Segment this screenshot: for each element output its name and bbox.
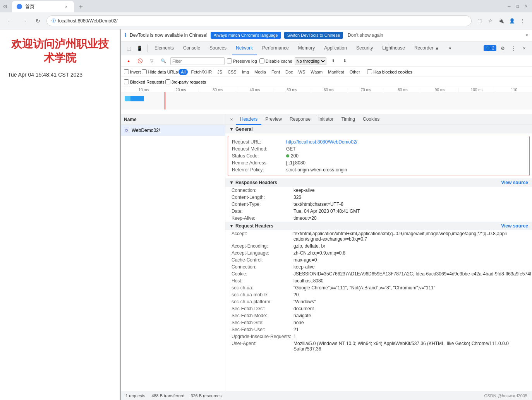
tab-performance[interactable]: Performance (258, 41, 293, 55)
network-row-webdemo[interactable]: D WebDemo02/ (121, 125, 225, 136)
type-fetch-xhr[interactable]: Fetch/XHR (189, 69, 214, 75)
url-text: localhost:8080/WebDemo02/ (58, 18, 118, 24)
devtools-more-button[interactable]: ⋮ (509, 44, 518, 53)
tab-network[interactable]: Network (232, 41, 257, 55)
hide-data-urls-checkbox[interactable]: Hide data URLs (142, 69, 178, 74)
bookmark-button[interactable]: ☆ (486, 16, 495, 26)
resp-connection-value: keep-alive (293, 188, 315, 193)
menu-button[interactable]: ⋮ (518, 16, 527, 26)
req-user-agent-row: User-Agent: Mozilla/5.0 (Windows NT 10.0… (225, 340, 532, 352)
browser-tab[interactable]: 首页 × (12, 1, 74, 12)
timeline-redline (165, 92, 165, 109)
switch-devtools-language-button[interactable]: Switch DevTools to Chinese (284, 32, 343, 39)
type-media[interactable]: Media (252, 69, 268, 75)
type-wasm[interactable]: Wasm (308, 69, 325, 75)
third-party-checkbox[interactable]: 3rd-party requests (165, 79, 206, 84)
type-doc[interactable]: Doc (283, 69, 295, 75)
maximize-button[interactable]: □ (515, 3, 520, 9)
request-headers-section-header[interactable]: ▼ Request Headers View source (225, 222, 532, 230)
minimize-button[interactable]: ─ (506, 3, 512, 9)
req-connection-row: Connection: keep-alive (225, 263, 532, 270)
issues-badge[interactable]: 🔵 2 (484, 45, 496, 51)
type-js[interactable]: JS (215, 69, 225, 75)
inspect-element-button[interactable]: ⬚ (124, 44, 133, 53)
back-button[interactable]: ← (5, 15, 15, 26)
status-code-row: Status Code: 200 (232, 152, 525, 159)
settings-button[interactable]: ⚙ (498, 44, 507, 53)
type-font[interactable]: Font (269, 69, 282, 75)
req-sec-ch-ua-platform-row: sec-ch-ua-platform: "Windows" (225, 298, 532, 305)
req-upgrade-row: Upgrade-Insecure-Requests: 1 (225, 333, 532, 340)
tick-10ms: 10 ms (125, 88, 162, 92)
detail-tab-cookies[interactable]: Cookies (359, 114, 383, 125)
detail-tab-initiator[interactable]: Initiator (314, 114, 337, 125)
filter-icon[interactable]: ▽ (147, 56, 156, 66)
type-manifest[interactable]: Manifest (326, 69, 347, 75)
tab-recorder[interactable]: Recorder ▲ (410, 41, 443, 55)
req-sec-fetch-user-label: Sec-Fetch-User: (232, 327, 293, 332)
status-code-value: 200 (286, 153, 299, 159)
disable-cache-checkbox[interactable]: Disable cache (259, 58, 292, 63)
status-green-dot (286, 154, 289, 157)
req-sec-ch-ua-value: "Google Chrome";v="111", "Not(A:Brand";v… (293, 285, 435, 291)
preserve-log-checkbox[interactable]: Preserve log (227, 58, 257, 63)
import-icon[interactable]: ⬆ (329, 56, 338, 66)
tick-40ms: 40 ms (236, 88, 273, 92)
cast-button[interactable]: ⬚ (475, 16, 484, 26)
record-button[interactable]: ● (124, 56, 133, 66)
request-headers-body: Accept: text/html,application/xhtml+xml,… (225, 230, 532, 352)
detail-tab-preview[interactable]: Preview (261, 114, 286, 125)
req-host-value: localhost:8080 (293, 278, 323, 284)
request-view-source-link[interactable]: View source (501, 223, 528, 229)
type-ws[interactable]: WS (296, 69, 308, 75)
response-headers-section-header[interactable]: ▼ Response Headers View source (225, 178, 532, 187)
type-other[interactable]: Other (347, 69, 363, 75)
tab-console[interactable]: Console (179, 41, 204, 55)
url-bar[interactable]: ⓘ localhost:8080/WebDemo02/ (46, 15, 472, 26)
close-window-button[interactable]: × (523, 3, 529, 9)
detail-tab-timing[interactable]: Timing (337, 114, 359, 125)
extensions-button[interactable]: 🔌 (496, 16, 506, 26)
request-method-label: Request Method: (232, 146, 286, 152)
tab-memory[interactable]: Memory (294, 41, 319, 55)
export-icon[interactable]: ⬇ (340, 56, 350, 66)
tab-sources[interactable]: Sources (206, 41, 230, 55)
device-mode-button[interactable]: 📱 (135, 44, 144, 53)
detail-tab-headers[interactable]: Headers (236, 114, 261, 125)
request-url-value: http://localhost:8080/WebDemo02/ (286, 139, 357, 145)
filter-input[interactable] (170, 57, 225, 65)
blocked-requests-checkbox[interactable]: Blocked Requests (124, 79, 165, 84)
forward-button[interactable]: → (19, 15, 29, 26)
notification-close-button[interactable]: × (525, 32, 528, 38)
has-blocked-cookies-checkbox[interactable]: Has blocked cookies (367, 69, 412, 74)
type-all[interactable]: All (178, 69, 188, 75)
req-sec-ch-ua-mobile-value: ?0 (293, 292, 299, 297)
title-bar: ⊙ 首页 × + ─ □ × (0, 0, 532, 12)
detail-close-button[interactable]: × (227, 115, 236, 124)
always-match-language-button[interactable]: Always match Chrome's language (211, 32, 281, 39)
response-view-source-link[interactable]: View source (501, 180, 528, 185)
tab-security[interactable]: Security (352, 41, 377, 55)
type-css[interactable]: CSS (225, 69, 239, 75)
search-button[interactable]: 🔍 (159, 56, 168, 66)
tick-20ms: 20 ms (162, 88, 199, 92)
clear-button[interactable]: 🚫 (136, 56, 145, 66)
more-tabs-button[interactable]: » (445, 41, 455, 55)
invert-checkbox[interactable]: Invert (124, 69, 141, 74)
tab-application[interactable]: Application (320, 41, 351, 55)
new-tab-button[interactable]: + (76, 2, 86, 12)
tab-close-button[interactable]: × (63, 3, 69, 10)
tab-elements[interactable]: Elements (151, 41, 178, 55)
refresh-button[interactable]: ↻ (33, 15, 43, 26)
devtools-panel: ℹ DevTools is now available in Chinese! … (120, 29, 532, 400)
throttle-select[interactable]: No throttling (295, 57, 326, 65)
tab-lighthouse[interactable]: Lighthouse (378, 41, 409, 55)
status-code-label: Status Code: (232, 153, 286, 159)
devtools-close-button[interactable]: × (520, 44, 529, 53)
general-section-header[interactable]: ▼ General (225, 125, 532, 133)
dont-show-again-button[interactable]: Don't show again (348, 32, 383, 38)
type-img[interactable]: Img (240, 69, 251, 75)
profile-button[interactable]: 👤 (507, 16, 517, 26)
resp-keepalive-row: Keep-Alive: timeout=20 (225, 215, 532, 222)
detail-tab-response[interactable]: Response (286, 114, 314, 125)
